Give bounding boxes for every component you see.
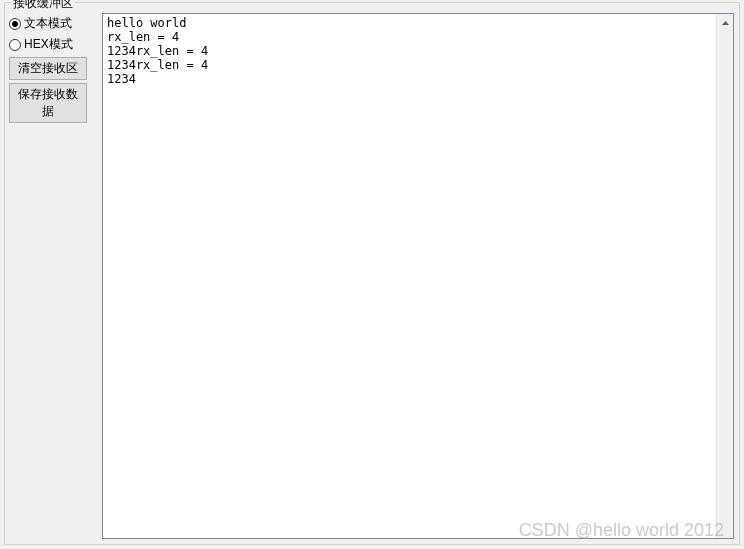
scroll-up-icon[interactable] (717, 14, 733, 31)
clear-receive-button[interactable]: 清空接收区 (9, 57, 87, 80)
radio-text-mode-label: 文本模式 (24, 15, 72, 32)
side-controls: 文本模式 HEX模式 清空接收区 保存接收数据 (9, 15, 99, 123)
receive-text-area[interactable]: hello world rx_len = 4 1234rx_len = 4 12… (103, 14, 716, 538)
radio-hex-mode-label: HEX模式 (24, 36, 73, 53)
receive-text-area-wrapper: hello world rx_len = 4 1234rx_len = 4 12… (102, 13, 734, 539)
vertical-scrollbar[interactable] (716, 14, 733, 538)
radio-text-mode[interactable]: 文本模式 (9, 15, 99, 32)
radio-circle-icon (9, 39, 21, 51)
save-receive-button[interactable]: 保存接收数据 (9, 83, 87, 123)
radio-hex-mode[interactable]: HEX模式 (9, 36, 99, 53)
receive-buffer-groupbox: 接收缓冲区 文本模式 HEX模式 清空接收区 保存接收数据 hello worl… (4, 2, 740, 545)
radio-circle-icon (9, 18, 21, 30)
groupbox-title: 接收缓冲区 (11, 0, 75, 12)
